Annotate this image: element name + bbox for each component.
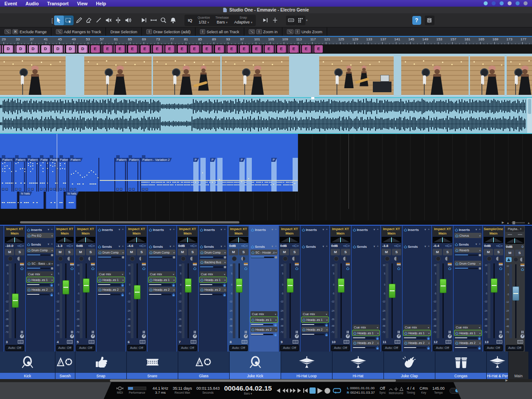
send-level[interactable] — [250, 255, 278, 259]
panel-header-inserts[interactable]: Inserts▾ + — [301, 227, 329, 233]
mute-button[interactable]: M — [433, 249, 442, 255]
midi-pattern-block[interactable]: Pattern — [68, 158, 99, 192]
mute-button[interactable]: M — [127, 249, 136, 255]
meter-hold-icon[interactable] — [71, 331, 73, 333]
power-icon[interactable] — [200, 251, 203, 254]
mixer-channel-12[interactable]: Impact XTMain-0.4<C>MS1050-5-12-24-36-48… — [432, 226, 454, 352]
meter-knob-icon[interactable] — [346, 334, 350, 338]
cue-mix-header[interactable]: Cue mix▾ — [352, 325, 379, 330]
lock-icon[interactable] — [376, 346, 379, 350]
power-icon[interactable] — [455, 234, 458, 237]
video-thumbnail[interactable] — [401, 56, 469, 95]
menu-help[interactable]: Help — [96, 1, 106, 6]
cue-send-level[interactable] — [454, 346, 482, 350]
power-icon[interactable] — [244, 267, 247, 270]
meter-hold-icon[interactable] — [347, 331, 349, 333]
monitor-button[interactable] — [496, 257, 500, 261]
midi-pattern-block[interactable] — [0, 192, 18, 209]
cue-send-level[interactable] — [26, 293, 55, 297]
volume-value[interactable]: -1.3 — [56, 244, 63, 248]
mixer-channel-11[interactable]: Impact XTMain-3.8<C>MS1050-5-12-24-36-48… — [381, 226, 403, 352]
arranger-section-D[interactable]: D — [54, 45, 62, 53]
volume-value[interactable]: 0dB — [76, 244, 83, 248]
solo-button[interactable]: S — [443, 249, 452, 255]
arranger-section-E[interactable]: E — [116, 45, 124, 53]
cue-mix-indicator[interactable] — [448, 263, 452, 266]
audio-waveform-track[interactable] — [0, 97, 532, 134]
meter-knob-icon[interactable] — [193, 334, 197, 338]
cue-send-level[interactable] — [301, 332, 329, 336]
fader-cap[interactable] — [236, 278, 243, 293]
record-arm-button[interactable] — [79, 256, 84, 261]
panel-header-sends[interactable]: Sends▾ + — [352, 243, 380, 250]
arranger-section-E[interactable]: E — [153, 45, 161, 53]
pan-control[interactable] — [331, 237, 350, 243]
pan-value[interactable]: 0 — [522, 245, 524, 249]
volume-fader[interactable] — [134, 263, 141, 338]
pattern-stripe[interactable]: P — [271, 158, 277, 192]
pan-control[interactable] — [484, 237, 503, 243]
pattern-stripe[interactable] — [217, 158, 223, 192]
loop-range-display[interactable]: L 00001.01.01.00 R 00241.01.03.37 — [345, 386, 376, 395]
panel-header-sends[interactable]: Sends▾ + — [148, 243, 176, 250]
arranger-section-D[interactable]: D — [29, 45, 37, 53]
arranger-section-E[interactable]: E — [314, 45, 323, 53]
instrument-keyboard-icon[interactable] — [67, 340, 73, 344]
meter-hold-icon[interactable] — [296, 331, 298, 333]
status-icon[interactable] — [516, 1, 520, 5]
monitor-button[interactable] — [241, 257, 245, 261]
send-slot[interactable]: Backing Bus▾ — [200, 259, 227, 265]
mute-button[interactable]: M — [5, 249, 14, 255]
status-icon[interactable] — [500, 1, 504, 5]
power-icon[interactable] — [27, 278, 31, 282]
midi-pattern-block[interactable]: hi hats — [65, 192, 77, 209]
help-button[interactable]: ? — [412, 16, 421, 25]
input-quantize-toggle[interactable]: IQ — [188, 18, 192, 23]
power-icon[interactable] — [295, 267, 298, 270]
power-icon[interactable] — [251, 328, 254, 331]
solo-button[interactable]: S — [515, 250, 524, 256]
monitor-button[interactable] — [67, 257, 71, 261]
cue-send-level[interactable] — [352, 336, 380, 340]
meter-knob-icon[interactable] — [20, 334, 24, 338]
instrument-keyboard-icon[interactable] — [293, 340, 298, 344]
arranger-section-E[interactable]: E — [178, 45, 186, 53]
power-icon[interactable] — [455, 228, 458, 231]
cue-send-slot[interactable]: Headp..es 1▾ — [200, 277, 227, 282]
cue-send-level[interactable] — [199, 283, 227, 287]
power-icon[interactable] — [27, 234, 31, 237]
pattern-stripe[interactable]: P — [193, 158, 199, 192]
cue-mix-indicator[interactable] — [70, 263, 74, 266]
send-slot[interactable]: Drum Comp▾ — [27, 247, 54, 253]
record-arm-button[interactable] — [181, 256, 186, 261]
automation-mode-button[interactable]: Auto: Off — [280, 345, 299, 351]
arranger-section-E[interactable]: E — [227, 45, 236, 53]
insert-slot[interactable]: Chorus▾ — [454, 233, 481, 238]
meter-knob-icon[interactable] — [448, 334, 452, 338]
arranger-section-E[interactable]: E — [103, 45, 112, 53]
pan-value[interactable]: <C> — [496, 244, 503, 248]
power-icon[interactable] — [404, 341, 407, 344]
instrument-keyboard-icon[interactable] — [446, 340, 451, 344]
cue-send-slot[interactable]: Headp..es 2▾ — [250, 327, 278, 332]
meter-hold-icon[interactable] — [194, 331, 196, 333]
key-display[interactable]: C#m Key — [418, 386, 429, 395]
power-icon[interactable] — [149, 278, 153, 282]
power-icon[interactable] — [353, 228, 356, 231]
power-icon[interactable] — [346, 267, 349, 270]
power-icon[interactable] — [200, 288, 203, 291]
panel-header-inserts[interactable]: Inserts▾ + — [403, 227, 431, 233]
instrument-keyboard-icon[interactable] — [191, 340, 196, 344]
cue-mix-indicator[interactable] — [346, 263, 350, 266]
power-icon[interactable] — [200, 261, 203, 264]
lock-icon[interactable] — [478, 336, 481, 340]
fader-cap[interactable] — [287, 278, 293, 293]
pan-value[interactable]: <C> — [394, 244, 401, 248]
fast-forward-button[interactable] — [290, 388, 296, 393]
fader-cap[interactable] — [389, 284, 395, 298]
cue-send-slot[interactable]: Headp..es 1▾ — [98, 277, 125, 282]
power-icon[interactable] — [521, 268, 524, 271]
meter-knob-icon[interactable] — [70, 334, 74, 338]
pencil-tool-button[interactable] — [74, 16, 84, 25]
midi-pattern-block[interactable]: Pattern — [58, 158, 67, 192]
